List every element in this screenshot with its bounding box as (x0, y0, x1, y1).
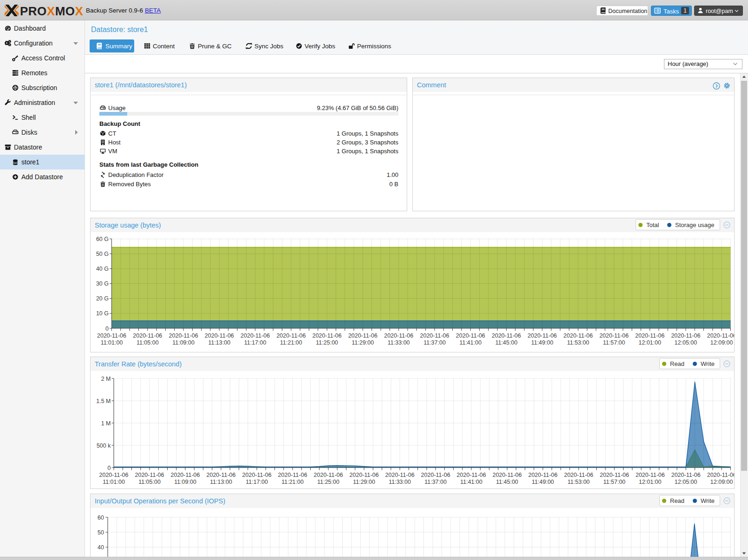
svg-text:2020-11-06: 2020-11-06 (671, 332, 700, 339)
svg-text:11:49:00: 11:49:00 (532, 479, 554, 485)
svg-text:2020-11-06: 2020-11-06 (493, 472, 522, 478)
svg-text:20 G: 20 G (96, 295, 109, 302)
svg-text:12:09:00: 12:09:00 (710, 479, 733, 485)
svg-text:2020-11-06: 2020-11-06 (457, 472, 486, 478)
svg-text:12:09:00: 12:09:00 (710, 339, 733, 346)
svg-text:11:33:00: 11:33:00 (388, 339, 410, 346)
svg-text:11:13:00: 11:13:00 (210, 479, 232, 485)
svg-text:2020-11-06: 2020-11-06 (205, 332, 234, 339)
svg-text:40: 40 (98, 544, 104, 551)
svg-text:11:45:00: 11:45:00 (496, 479, 518, 485)
svg-text:2020-11-06: 2020-11-06 (133, 332, 162, 339)
svg-text:2020-11-06: 2020-11-06 (635, 332, 664, 339)
svg-text:11:09:00: 11:09:00 (174, 479, 196, 485)
svg-text:11:21:00: 11:21:00 (280, 339, 302, 346)
svg-text:2020-11-06: 2020-11-06 (348, 332, 377, 339)
svg-text:30 G: 30 G (96, 280, 109, 287)
svg-text:40 G: 40 G (96, 266, 109, 272)
svg-text:11:29:00: 11:29:00 (352, 339, 374, 346)
svg-text:2020-11-06: 2020-11-06 (636, 472, 665, 478)
svg-text:11:41:00: 11:41:00 (460, 479, 482, 485)
svg-text:11:05:00: 11:05:00 (138, 479, 161, 485)
svg-text:11:29:00: 11:29:00 (353, 479, 375, 485)
svg-text:2020-11-06: 2020-11-06 (384, 332, 413, 339)
svg-text:11:01:00: 11:01:00 (103, 479, 125, 485)
svg-text:2020-11-06: 2020-11-06 (492, 332, 521, 339)
svg-text:2020-11-06: 2020-11-06 (276, 332, 306, 339)
svg-text:2020-11-06: 2020-11-06 (242, 472, 272, 478)
svg-text:11:33:00: 11:33:00 (389, 479, 411, 485)
svg-text:2020-11-06: 2020-11-06 (456, 332, 485, 339)
svg-text:11:41:00: 11:41:00 (459, 339, 481, 346)
svg-text:11:57:00: 11:57:00 (603, 339, 625, 346)
svg-text:2020-11-06: 2020-11-06 (527, 332, 557, 339)
svg-text:0: 0 (105, 326, 109, 332)
svg-text:2020-11-06: 2020-11-06 (241, 332, 270, 339)
svg-text:50 G: 50 G (96, 251, 109, 257)
svg-text:11:17:00: 11:17:00 (244, 339, 267, 346)
svg-text:11:49:00: 11:49:00 (531, 339, 553, 346)
svg-text:11:37:00: 11:37:00 (424, 479, 447, 485)
svg-text:2020-11-06: 2020-11-06 (421, 472, 450, 478)
svg-text:2020-11-06: 2020-11-06 (135, 472, 164, 478)
svg-text:2020-11-06: 2020-11-06 (278, 472, 307, 478)
svg-text:50: 50 (98, 529, 104, 536)
svg-text:12:01:00: 12:01:00 (638, 339, 661, 346)
svg-text:2 M: 2 M (101, 376, 111, 382)
svg-text:11:13:00: 11:13:00 (208, 339, 230, 346)
svg-text:60: 60 (98, 514, 104, 521)
svg-text:11:21:00: 11:21:00 (281, 479, 304, 485)
svg-text:11:37:00: 11:37:00 (423, 339, 446, 346)
svg-text:1 M: 1 M (101, 420, 111, 427)
svg-text:2020-11-06: 2020-11-06 (314, 472, 343, 478)
svg-text:2020-11-06: 2020-11-06 (528, 472, 558, 478)
svg-text:12:05:00: 12:05:00 (675, 339, 697, 346)
svg-text:11:09:00: 11:09:00 (172, 339, 195, 346)
svg-text:500 k: 500 k (97, 443, 111, 449)
svg-text:2020-11-06: 2020-11-06 (170, 472, 200, 478)
svg-text:2020-11-06: 2020-11-06 (707, 472, 736, 478)
svg-text:11:53:00: 11:53:00 (567, 339, 589, 346)
svg-text:2020-11-06: 2020-11-06 (206, 472, 235, 478)
svg-text:2020-11-06: 2020-11-06 (97, 332, 126, 339)
svg-text:11:01:00: 11:01:00 (101, 339, 123, 346)
svg-text:11:17:00: 11:17:00 (246, 479, 268, 485)
svg-text:11:53:00: 11:53:00 (567, 479, 590, 485)
svg-text:0: 0 (108, 465, 111, 471)
svg-text:12:05:00: 12:05:00 (675, 479, 697, 485)
svg-text:2020-11-06: 2020-11-06 (600, 472, 629, 478)
svg-text:2020-11-06: 2020-11-06 (599, 332, 629, 339)
svg-text:2020-11-06: 2020-11-06 (707, 332, 736, 339)
svg-text:2020-11-06: 2020-11-06 (99, 472, 128, 478)
svg-text:60 G: 60 G (96, 236, 109, 242)
svg-text:2020-11-06: 2020-11-06 (312, 332, 342, 339)
svg-text:11:25:00: 11:25:00 (317, 479, 339, 485)
svg-text:2020-11-06: 2020-11-06 (385, 472, 415, 478)
svg-text:1.5 M: 1.5 M (96, 398, 111, 404)
svg-text:2020-11-06: 2020-11-06 (564, 332, 593, 339)
svg-text:2020-11-06: 2020-11-06 (420, 332, 449, 339)
svg-text:2020-11-06: 2020-11-06 (671, 472, 701, 478)
svg-text:12:01:00: 12:01:00 (639, 479, 662, 485)
svg-text:11:45:00: 11:45:00 (495, 339, 518, 346)
svg-text:10 G: 10 G (96, 310, 109, 317)
svg-text:2020-11-06: 2020-11-06 (169, 332, 198, 339)
svg-text:2020-11-06: 2020-11-06 (564, 472, 593, 478)
svg-text:11:57:00: 11:57:00 (603, 479, 625, 485)
svg-text:11:25:00: 11:25:00 (316, 339, 338, 346)
svg-text:11:05:00: 11:05:00 (137, 339, 159, 346)
svg-text:2020-11-06: 2020-11-06 (350, 472, 379, 478)
